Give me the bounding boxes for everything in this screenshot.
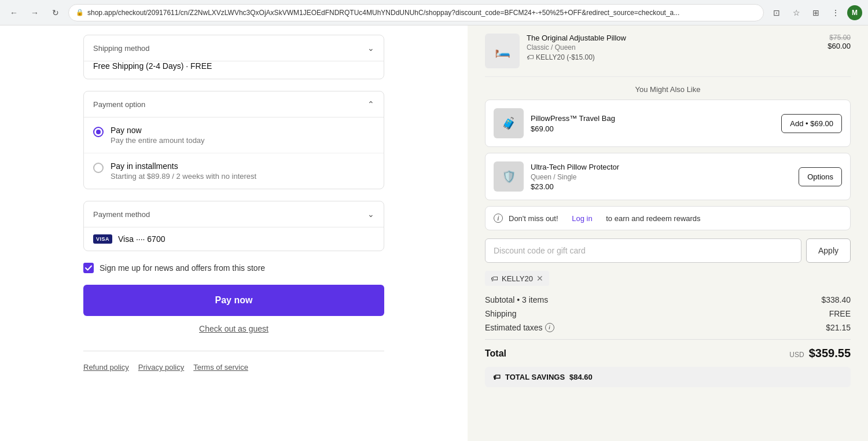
subtotal-label: Subtotal • 3 items: [485, 295, 548, 304]
shipping-method-value: Free Shipping (2-4 Days) · FREE: [84, 61, 384, 79]
discount-row: Apply: [485, 238, 851, 263]
apply-button[interactable]: Apply: [806, 238, 851, 263]
privacy-policy-link[interactable]: Privacy policy: [138, 363, 184, 372]
product-discount: 🏷 KELLY20 (-$15.00): [527, 53, 821, 61]
page-layout: Shipping method ⌄ Free Shipping (2-4 Day…: [0, 25, 868, 441]
savings-badge: 🏷 TOTAL SAVINGS $84.60: [485, 367, 851, 387]
subtotal-row: Subtotal • 3 items $338.40: [485, 295, 851, 304]
taxes-row: Estimated taxes i $21.15: [485, 323, 851, 332]
product-variant: Classic / Queen: [527, 43, 821, 52]
payment-method-label: Payment method: [93, 210, 150, 219]
payment-option-label: Payment option: [93, 100, 145, 109]
footer-links: Refund policy Privacy policy Terms of se…: [83, 351, 384, 372]
product-item: 🛏️ The Original Adjustable Pillow Classi…: [485, 25, 851, 77]
forward-button[interactable]: →: [27, 5, 43, 21]
terms-link[interactable]: Terms of service: [193, 363, 248, 372]
pay-now-radio[interactable]: [93, 127, 104, 137]
shipping-value: FREE: [829, 309, 851, 318]
upsell-pillow-protector-image: 🛡️: [494, 161, 524, 192]
shipping-method-section: Shipping method ⌄ Free Shipping (2-4 Day…: [83, 35, 384, 79]
browser-chrome: ← → ↻ 🔒 shop.app/checkout/20917611/cn/Z2…: [0, 0, 868, 25]
shipping-label: Shipping: [485, 309, 517, 318]
shipping-chevron-icon: ⌄: [367, 43, 374, 53]
taxes-info-icon: i: [545, 323, 554, 332]
payment-method-header[interactable]: Payment method ⌄: [84, 201, 384, 227]
browser-icons: ⊡ ☆ ⊞ ⋮ M: [768, 5, 862, 21]
right-panel: 🛏️ The Original Adjustable Pillow Classi…: [468, 25, 868, 441]
payment-method-chevron-icon: ⌄: [367, 210, 374, 219]
savings-label: TOTAL SAVINGS: [505, 373, 565, 381]
product-original-price: $75.00: [827, 34, 851, 42]
rewards-text-before: Don't miss out!: [509, 214, 558, 223]
info-icon: i: [494, 214, 503, 223]
back-button[interactable]: ←: [6, 5, 22, 21]
product-image: 🛏️: [485, 34, 520, 68]
visa-card-row: VISA Visa ···· 6700: [84, 227, 384, 251]
total-label: Total: [485, 348, 506, 359]
discount-input[interactable]: [485, 238, 801, 263]
pay-now-button[interactable]: Pay now: [83, 285, 384, 316]
pay-now-option[interactable]: Pay now Pay the entire amount today: [84, 117, 384, 153]
coupon-remove-button[interactable]: ✕: [536, 274, 543, 283]
coupon-tag: 🏷 KELLY20 ✕: [485, 271, 549, 286]
rewards-text-after: to earn and redeem rewards: [606, 214, 700, 223]
visa-number: Visa ···· 6700: [118, 234, 165, 244]
installments-option[interactable]: Pay in installments Starting at $89.89 /…: [84, 153, 384, 189]
newsletter-checkbox[interactable]: [83, 263, 94, 273]
shipping-method-label: Shipping method: [93, 44, 150, 53]
upsell-travel-bag-image: 🧳: [494, 108, 524, 138]
product-price: $60.00: [827, 42, 851, 50]
newsletter-label: Sign me up for news and offers from this…: [100, 263, 265, 273]
payment-option-chevron-icon: ⌃: [367, 100, 374, 109]
product-pricing: $75.00 $60.00: [827, 34, 851, 50]
total-amount: $359.55: [809, 347, 851, 360]
extensions-button[interactable]: ⊞: [808, 5, 824, 21]
you-might-like-label: You Might Also Like: [485, 77, 851, 100]
upsell-pillow-protector: 🛡️ Ultra-Tech Pillow Protector Queen / S…: [485, 153, 851, 200]
avatar: M: [847, 5, 862, 20]
upsell-pillow-protector-options-button[interactable]: Options: [799, 167, 842, 186]
bookmark-button[interactable]: ☆: [788, 5, 804, 21]
newsletter-checkbox-row[interactable]: Sign me up for news and offers from this…: [83, 263, 384, 273]
coupon-tag-icon: 🏷: [491, 274, 498, 283]
upsell-travel-bag: 🧳 PillowPress™ Travel Bag $69.00 Add • $…: [485, 100, 851, 147]
address-bar[interactable]: 🔒 shop.app/checkout/20917611/cn/Z2NwLXVz…: [68, 4, 764, 21]
total-row: Total USD $359.55: [485, 339, 851, 360]
upsell-travel-bag-price: $69.00: [531, 124, 774, 133]
pay-now-main-label: Pay now: [111, 126, 205, 135]
rewards-bar: i Don't miss out! Log in to earn and red…: [485, 206, 851, 230]
product-name: The Original Adjustable Pillow: [527, 34, 821, 42]
taxes-label: Estimated taxes: [485, 323, 543, 332]
upsell-pillow-protector-info: Ultra-Tech Pillow Protector Queen / Sing…: [531, 163, 792, 191]
payment-option-header[interactable]: Payment option ⌃: [84, 91, 384, 117]
guest-checkout-link[interactable]: Check out as guest: [83, 324, 384, 333]
upsell-pillow-protector-name: Ultra-Tech Pillow Protector: [531, 163, 792, 171]
pay-now-sub-label: Pay the entire amount today: [111, 136, 205, 145]
coupon-code: KELLY20: [502, 274, 533, 283]
tag-icon: 🏷: [527, 53, 534, 61]
refresh-button[interactable]: ↻: [47, 5, 64, 21]
rewards-login-link[interactable]: Log in: [572, 214, 592, 223]
taxes-value: $21.15: [826, 323, 851, 332]
installments-main-label: Pay in installments: [111, 161, 256, 171]
pay-now-text: Pay now Pay the entire amount today: [111, 126, 205, 145]
installments-sub-label: Starting at $89.89 / 2 weeks with no int…: [111, 172, 256, 181]
payment-method-section: Payment method ⌄ VISA Visa ···· 6700: [83, 201, 384, 251]
menu-button[interactable]: ⋮: [827, 5, 844, 21]
upsell-travel-bag-add-button[interactable]: Add • $69.00: [781, 114, 842, 133]
product-info: The Original Adjustable Pillow Classic /…: [527, 34, 821, 61]
shipping-method-header[interactable]: Shipping method ⌄: [84, 35, 384, 61]
subtotal-value: $338.40: [821, 295, 851, 304]
shipping-row: Shipping FREE: [485, 309, 851, 318]
visa-badge: VISA: [93, 234, 112, 244]
checkmark-icon: [85, 265, 92, 271]
installments-radio[interactable]: [93, 163, 104, 173]
savings-value: $84.60: [569, 373, 593, 381]
upsell-pillow-protector-price: $23.00: [531, 182, 792, 191]
cast-button[interactable]: ⊡: [768, 5, 785, 21]
left-panel: Shipping method ⌄ Free Shipping (2-4 Day…: [0, 25, 468, 441]
total-currency: USD: [789, 351, 804, 359]
upsell-travel-bag-info: PillowPress™ Travel Bag $69.00: [531, 114, 774, 133]
refund-policy-link[interactable]: Refund policy: [83, 363, 129, 372]
upsell-travel-bag-name: PillowPress™ Travel Bag: [531, 114, 774, 123]
